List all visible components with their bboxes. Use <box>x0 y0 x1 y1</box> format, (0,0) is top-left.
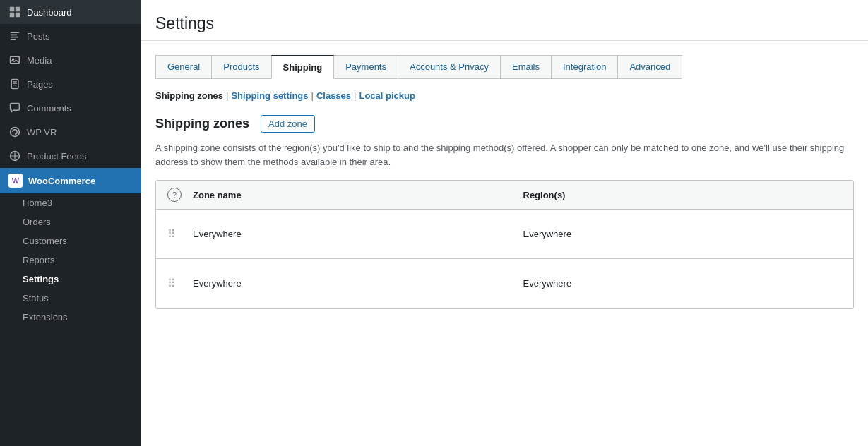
sidebar-item-product-feeds[interactable]: Product Feeds <box>0 144 141 168</box>
drag-handle-icon[interactable]: ⠿ <box>167 277 182 290</box>
pages-icon <box>8 78 21 90</box>
extensions-label: Extensions <box>23 312 68 323</box>
zone-region-cell: Everywhere <box>523 278 843 289</box>
svg-rect-1 <box>16 7 20 11</box>
shipping-zones-title: Shipping zones <box>155 116 249 131</box>
svg-rect-4 <box>11 56 20 64</box>
shipping-zones-description: A shipping zone consists of the region(s… <box>155 141 854 169</box>
zone-region-cell: Everywhere <box>523 229 843 239</box>
subnav-local-pickup[interactable]: Local pickup <box>359 90 415 101</box>
svg-rect-3 <box>16 13 20 17</box>
settings-tabs: General Products Shipping Payments Accou… <box>155 55 854 79</box>
home-label: Home <box>23 198 47 208</box>
shipping-sub-nav: Shipping zones | Shipping settings | Cla… <box>155 90 854 101</box>
sidebar-item-label: Product Feeds <box>27 151 87 162</box>
sidebar: Dashboard Posts Media Pages Comments WP … <box>0 0 141 446</box>
col-header-regions: Region(s) <box>523 190 843 200</box>
svg-rect-0 <box>10 7 14 11</box>
sidebar-item-label: Posts <box>27 31 50 42</box>
sidebar-item-dashboard[interactable]: Dashboard <box>0 0 141 24</box>
tab-products[interactable]: Products <box>211 55 271 79</box>
tab-payments[interactable]: Payments <box>333 55 398 79</box>
sub-item-home[interactable]: Home 3 <box>0 193 141 212</box>
sub-item-status[interactable]: Status <box>0 289 141 308</box>
sidebar-item-comments[interactable]: Comments <box>0 96 141 120</box>
page-title: Settings <box>141 0 868 41</box>
tab-integration[interactable]: Integration <box>551 55 618 79</box>
reports-label: Reports <box>23 255 55 265</box>
orders-label: Orders <box>23 217 51 227</box>
wpvr-icon <box>8 126 21 138</box>
table-row[interactable]: ⠿ Everywhere Everywhere <box>156 259 853 308</box>
sidebar-item-label: WP VR <box>27 127 57 138</box>
dashboard-icon <box>8 6 21 18</box>
media-icon <box>8 54 21 66</box>
woocommerce-icon: W <box>8 174 23 188</box>
tab-shipping[interactable]: Shipping <box>271 55 335 79</box>
help-icon[interactable]: ? <box>167 188 182 202</box>
sidebar-item-label: Dashboard <box>27 7 72 18</box>
sidebar-item-pages[interactable]: Pages <box>0 72 141 96</box>
col-header-zone-name: Zone name <box>193 190 512 200</box>
tab-emails[interactable]: Emails <box>500 55 552 79</box>
customers-label: Customers <box>23 236 67 246</box>
sidebar-item-wpvr[interactable]: WP VR <box>0 120 141 144</box>
product-feeds-icon <box>8 150 21 162</box>
shipping-zones-header: Shipping zones Add zone <box>155 115 854 133</box>
table-header: ? Zone name Region(s) <box>156 181 853 210</box>
tab-general[interactable]: General <box>155 55 212 79</box>
table-row[interactable]: ⠿ Everywhere Everywhere <box>156 210 853 259</box>
shipping-zones-table: ? Zone name Region(s) ⠿ Everywhere Every… <box>155 180 854 309</box>
home-badge: 3 <box>47 198 52 208</box>
sidebar-item-posts[interactable]: Posts <box>0 24 141 48</box>
svg-point-7 <box>11 128 20 137</box>
tab-accounts-privacy[interactable]: Accounts & Privacy <box>398 55 501 79</box>
drag-handle-icon[interactable]: ⠿ <box>167 227 182 241</box>
content-area: General Products Shipping Payments Accou… <box>141 41 868 446</box>
woocommerce-label: WooCommerce <box>28 176 95 186</box>
posts-icon <box>8 30 21 42</box>
svg-rect-2 <box>10 13 14 17</box>
sub-nav-sep-1: | <box>226 90 228 101</box>
sidebar-item-label: Media <box>27 55 52 66</box>
sub-item-customers[interactable]: Customers <box>0 231 141 251</box>
sub-nav-sep-2: | <box>311 90 314 101</box>
sidebar-item-label: Comments <box>27 103 71 114</box>
zone-name-cell: Everywhere <box>193 278 512 289</box>
sub-nav-sep-3: | <box>354 90 356 101</box>
status-label: Status <box>23 293 49 303</box>
subnav-shipping-settings[interactable]: Shipping settings <box>231 90 308 101</box>
sub-item-extensions[interactable]: Extensions <box>0 308 141 327</box>
comments-icon <box>8 102 21 114</box>
subnav-classes[interactable]: Classes <box>316 90 351 101</box>
zone-name-cell: Everywhere <box>193 229 512 239</box>
sub-item-settings[interactable]: Settings <box>0 270 141 289</box>
add-zone-button[interactable]: Add zone <box>261 115 315 133</box>
sub-item-reports[interactable]: Reports <box>0 251 141 270</box>
woocommerce-menu-header[interactable]: W WooCommerce <box>0 168 141 193</box>
sidebar-item-media[interactable]: Media <box>0 48 141 72</box>
sub-item-orders[interactable]: Orders <box>0 212 141 231</box>
main-content: Settings General Products Shipping Payme… <box>141 0 868 446</box>
subnav-shipping-zones[interactable]: Shipping zones <box>155 90 223 101</box>
sidebar-item-label: Pages <box>27 79 53 90</box>
svg-rect-6 <box>11 80 18 89</box>
tab-advanced[interactable]: Advanced <box>617 55 682 79</box>
settings-label: Settings <box>23 274 59 284</box>
